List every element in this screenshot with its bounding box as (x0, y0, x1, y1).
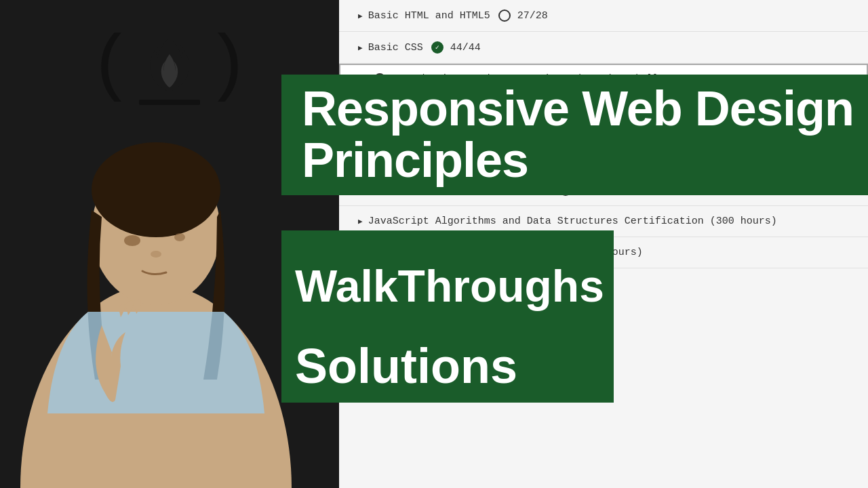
check-icon: ✓ (431, 41, 443, 54)
list-item[interactable]: ▶ Basic HTML and HTML5 27/28 (339, 0, 868, 32)
item-label: Basic CSS (368, 42, 423, 54)
count-label: 44/44 (450, 42, 481, 54)
walkthroughs-label: WalkThroughs (295, 263, 604, 310)
solutions-label: Solutions (295, 341, 517, 392)
count-label: 27/28 (517, 10, 548, 22)
svg-point-4 (124, 235, 140, 246)
triangle-icon: ▶ (358, 43, 363, 52)
person-silhouette (0, 108, 326, 488)
item-label: Basic HTML and HTML5 (368, 10, 490, 22)
triangle-icon: ▶ (358, 217, 363, 226)
right-paren-icon: ) (205, 29, 250, 104)
flame-container (139, 34, 200, 105)
svg-point-3 (92, 142, 220, 237)
solutions-panel: Solutions (281, 330, 614, 403)
left-paren-icon: ( (89, 29, 134, 104)
flame-base-icon (139, 100, 200, 105)
progress-circle-icon (498, 9, 511, 22)
triangle-icon: ▶ (358, 12, 363, 20)
main-title: Responsive Web Design Principles (302, 83, 868, 186)
svg-point-6 (151, 251, 161, 258)
item-label: JavaScript Algorithms and Data Structure… (368, 216, 777, 227)
logo-parens: ( ) (89, 27, 250, 105)
flame-icon (142, 34, 197, 98)
title-panel: Responsive Web Design Principles (281, 75, 868, 195)
walkthroughs-panel: WalkThroughs (281, 230, 614, 342)
logo-area: ( ) (89, 27, 250, 105)
list-item[interactable]: ▶ Basic CSS ✓ 44/44 (339, 32, 868, 64)
svg-point-5 (174, 233, 185, 241)
